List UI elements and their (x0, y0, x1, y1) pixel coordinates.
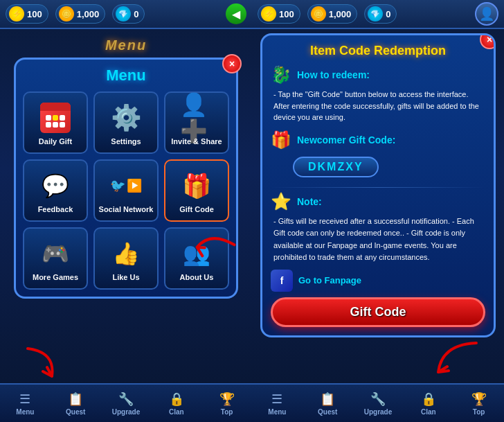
youtube-icon: ▶️ (127, 178, 142, 193)
cal-cell (60, 122, 65, 128)
nav-upgrade[interactable]: 🔧 Upgrade (109, 392, 143, 416)
twitter-icon: 🐦 (110, 178, 125, 193)
calendar-icon-shape (40, 103, 71, 133)
right-nav-upgrade[interactable]: 🔧 Upgrade (361, 392, 395, 416)
person-plus-icon: 👤➕ (180, 91, 213, 144)
about-us-icon: 👥 (180, 237, 213, 270)
fanpage-label: Go to Fanpage (298, 275, 361, 285)
right-coin-icon: 🪙 (311, 6, 326, 21)
fanpage-icon: f (271, 270, 293, 292)
avatar-button[interactable]: 👤 (475, 2, 498, 26)
top-nav-icon: 🏆 (219, 392, 235, 407)
right-gem-icon: 💎 (368, 6, 383, 21)
left-panel: ⚡ 100 🪙 1,000 💎 0 ◀ Menu Menu × (0, 0, 252, 422)
nav-top[interactable]: 🏆 Top (210, 392, 244, 416)
feedback-icon: 💬 (39, 169, 72, 202)
newcomer-header: 🎁 Newcomer Gift Code: (271, 130, 485, 150)
divider (271, 187, 485, 188)
gift-box-icon: 🎁 (271, 130, 291, 150)
gift-code-label: Gift Code (179, 205, 214, 213)
right-bottom-nav: ☰ Menu 📋 Quest 🔧 Upgrade 🔒 Clan 🏆 Top (252, 383, 504, 422)
dragon-icon: 🐉 (271, 65, 291, 85)
about-us-label: About Us (180, 273, 214, 281)
invite-label: Invite & Share (171, 137, 222, 146)
menu-item-social[interactable]: 🐦 ▶️ Social Network (93, 159, 159, 222)
settings-label: Settings (111, 137, 141, 146)
right-menu-nav-icon: ☰ (271, 392, 282, 407)
like-us-label: Like Us (112, 273, 139, 281)
right-upgrade-nav-icon: 🔧 (370, 392, 386, 407)
right-panel: ⚡ 100 🪙 1,000 💎 0 👤 × Item Code Redempti… (252, 0, 504, 422)
menu-grid: Daily Gift ⚙️ Settings 👤➕ Invite & Share… (23, 91, 229, 290)
nav-upgrade-label: Upgrade (112, 408, 141, 416)
arrow-bottom-svg (14, 345, 62, 383)
social-label: Social Network (99, 205, 154, 213)
right-nav-quest[interactable]: 📋 Quest (310, 392, 345, 416)
right-energy-value: 100 (279, 9, 294, 19)
people-icon: 👥 (183, 240, 210, 267)
right-top-bar: ⚡ 100 🪙 1,000 💎 0 👤 (252, 0, 504, 29)
menu-item-like-us[interactable]: 👍 Like Us (93, 227, 159, 290)
menu-item-about-us[interactable]: 👥 About Us (164, 227, 229, 290)
newcomer-section: 🎁 Newcomer Gift Code: DKMZXY (271, 130, 485, 180)
note-section: ⭐ Note: - Gifts will be received after a… (271, 192, 485, 264)
right-gem-badge: 💎 0 (364, 4, 397, 24)
back-button[interactable]: ◀ (226, 3, 246, 24)
right-clan-nav-icon: 🔒 (421, 392, 436, 407)
menu-item-daily-gift[interactable]: Daily Gift (23, 91, 88, 154)
menu-title: Menu (106, 67, 145, 84)
nav-menu[interactable]: ☰ Menu (8, 392, 42, 416)
gem-badge: 💎 0 (112, 4, 145, 24)
fanpage-row[interactable]: f Go to Fanpage (271, 270, 485, 292)
menu-item-invite[interactable]: 👤➕ Invite & Share (164, 91, 229, 154)
back-area: ◀ (226, 3, 246, 24)
right-nav-upgrade-label: Upgrade (364, 408, 393, 416)
coin-value: 1,000 (77, 9, 100, 19)
daily-gift-icon (39, 101, 72, 134)
nav-quest[interactable]: 📋 Quest (58, 392, 93, 416)
cal-cell (53, 115, 58, 121)
arrow-hint-bottom (14, 345, 62, 386)
like-us-icon: 👍 (109, 237, 143, 270)
right-nav-quest-label: Quest (318, 408, 337, 416)
thumbsup-icon: 👍 (112, 240, 140, 267)
left-bottom-nav: ☰ Menu 📋 Quest 🔧 Upgrade 🔒 Clan 🏆 Top (0, 383, 252, 422)
game-title: Menu (0, 29, 252, 58)
right-nav-menu[interactable]: ☰ Menu (260, 392, 294, 416)
energy-badge: ⚡ 100 (6, 4, 48, 24)
right-energy-badge: ⚡ 100 (258, 4, 300, 24)
gift-code-button[interactable]: Gift Code (271, 297, 485, 327)
menu-item-feedback[interactable]: 💬 Feedback (23, 159, 88, 222)
right-nav-clan-label: Clan (421, 408, 436, 416)
coin-icon: 🪙 (59, 6, 74, 21)
menu-item-more-games[interactable]: 🎮 More Games (23, 227, 88, 290)
right-energy-icon: ⚡ (261, 6, 276, 21)
item-code-dialog: × Item Code Redemption 🐉 How to redeem: … (260, 33, 496, 337)
nav-quest-label: Quest (66, 408, 85, 416)
nav-clan[interactable]: 🔒 Clan (159, 392, 194, 416)
arrow-hint-right (428, 337, 483, 382)
how-to-redeem-title: How to redeem: (297, 69, 370, 80)
energy-value: 100 (27, 9, 42, 19)
feedback-label: Feedback (38, 205, 73, 213)
gamepad-icon: 🎮 (42, 240, 69, 267)
right-nav-top[interactable]: 🏆 Top (462, 392, 496, 416)
gift-icon: 🎁 (182, 172, 211, 200)
daily-gift-label: Daily Gift (39, 137, 72, 146)
dialog-title: Item Code Redemption (271, 44, 485, 58)
energy-icon: ⚡ (9, 6, 24, 21)
more-games-label: More Games (33, 273, 78, 281)
menu-item-settings[interactable]: ⚙️ Settings (93, 91, 159, 154)
nav-top-label: Top (221, 408, 233, 416)
cal-cell (60, 115, 65, 121)
arrow-right-svg (428, 337, 483, 379)
right-coin-badge: 🪙 1,000 (307, 4, 358, 24)
how-to-redeem-text: - Tap the "Gift Code" button below to ac… (271, 89, 485, 123)
gift-code-value: DKMZXY (293, 157, 379, 177)
menu-close-button[interactable]: × (222, 54, 242, 73)
gear-icon: ⚙️ (111, 103, 142, 132)
menu-item-gift-code[interactable]: 🎁 Gift Code (164, 159, 229, 222)
upgrade-nav-icon: 🔧 (118, 392, 134, 407)
how-to-redeem-header: 🐉 How to redeem: (271, 65, 485, 85)
right-nav-clan[interactable]: 🔒 Clan (411, 392, 446, 416)
